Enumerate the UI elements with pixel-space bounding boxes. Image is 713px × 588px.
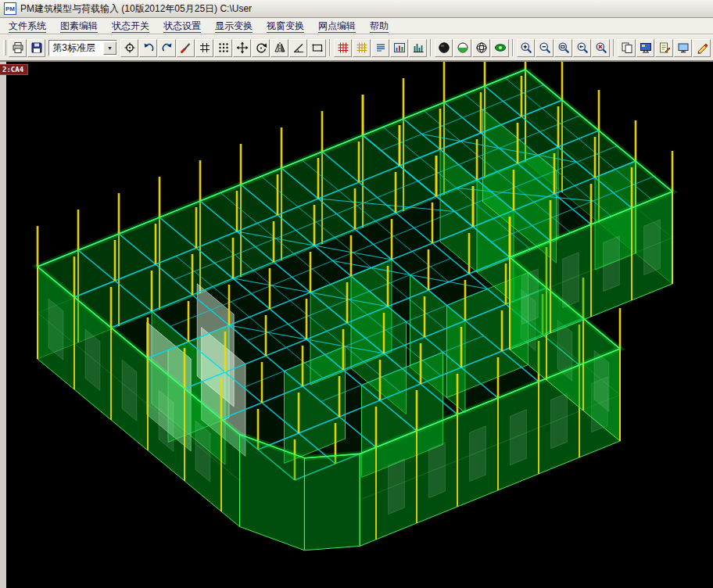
menu-item-display-transform-label: 显示变换 (215, 20, 253, 33)
toolbar-separator (512, 39, 514, 56)
toolbar-grip[interactable] (3, 40, 6, 56)
zoom-out-button[interactable] (536, 39, 554, 57)
zoom-in-icon (520, 41, 532, 54)
axis-grid-yellow-icon (356, 41, 368, 54)
toolbar-separator (430, 39, 432, 56)
notes-button[interactable] (655, 39, 673, 57)
toolbar-group-edit (120, 39, 326, 57)
model-canvas[interactable]: 2:CA4 (6, 62, 713, 588)
toolbar-group-tables (334, 39, 427, 57)
canvas-row: 2:CA4 (0, 62, 713, 588)
render-view-button[interactable] (636, 39, 654, 57)
print-button[interactable] (9, 39, 27, 57)
realistic-view-button[interactable] (491, 39, 509, 57)
menu-item-viewport-transform-label: 视窗变换 (267, 20, 304, 33)
zoom-cancel-icon (595, 41, 607, 54)
grid-mesh-icon (199, 41, 211, 54)
grid-nodes-button[interactable] (214, 39, 232, 57)
draw-edit-button[interactable] (693, 39, 711, 57)
solid-view-icon (438, 41, 450, 54)
axis-grid-red-button[interactable] (334, 39, 352, 57)
menu-item-status-settings[interactable]: 状态设置 (156, 19, 208, 34)
redo-icon (161, 41, 174, 54)
rotate-button[interactable] (252, 39, 270, 57)
toolbar-group-zoom (517, 39, 610, 57)
hemisphere-view-button[interactable] (453, 39, 471, 57)
print-icon (12, 41, 24, 54)
slope-icon (292, 41, 305, 54)
brush-button[interactable] (177, 39, 195, 57)
menu-item-gridpoint-edit[interactable]: 网点编辑 (311, 19, 363, 34)
copy-view-button[interactable] (618, 39, 636, 57)
list-icon (374, 41, 387, 54)
hemisphere-view-icon (457, 41, 469, 54)
undo-button[interactable] (139, 39, 157, 57)
menu-item-file-system-label: 文件系统 (9, 20, 46, 33)
menu-item-file-system[interactable]: 文件系统 (2, 19, 53, 34)
window-left-border (0, 62, 6, 588)
rect-select-button[interactable] (308, 39, 326, 57)
brush-icon (180, 41, 192, 54)
menu-item-gridpoint-edit-label: 网点编辑 (318, 20, 356, 33)
toolbar-group-output (618, 39, 711, 57)
view-label: 2:CA4 (0, 64, 28, 75)
save-button[interactable] (27, 39, 45, 57)
monitor-button[interactable] (674, 39, 692, 57)
menu-item-status-switch-label: 状态开关 (112, 20, 149, 33)
rotate-icon (255, 41, 267, 54)
floor-selector[interactable]: 第3标准层 ▼ (48, 40, 117, 56)
mirror-icon (274, 41, 286, 54)
toolbar-group-file (9, 39, 45, 57)
notes-icon (658, 41, 671, 54)
toolbar-right-groups (509, 39, 711, 57)
app-window: PM PM建筑模型与荷载输入 (10版2012年05月25日) C:\User … (0, 0, 713, 588)
redo-button[interactable] (158, 39, 176, 57)
axis-grid-red-icon (337, 41, 349, 54)
menu-item-element-edit[interactable]: 图素编辑 (53, 19, 105, 34)
zoom-previous-button[interactable] (573, 39, 591, 57)
menu-item-display-transform[interactable]: 显示变换 (208, 19, 260, 34)
snap-target-button[interactable] (120, 39, 138, 57)
zoom-in-button[interactable] (517, 39, 535, 57)
stats-bars-icon (412, 41, 425, 54)
mirror-button[interactable] (271, 39, 288, 57)
snap-target-icon (124, 41, 136, 54)
monitor-icon (677, 41, 690, 54)
chevron-down-icon[interactable]: ▼ (103, 41, 116, 55)
toolbar-group-view-modes (435, 39, 509, 57)
grid-nodes-icon (217, 41, 230, 54)
floor-selector-value: 第3标准层 (49, 41, 103, 55)
axis-grid-yellow-button[interactable] (353, 39, 371, 57)
stats-bars-button[interactable] (409, 39, 427, 57)
solid-view-button[interactable] (435, 39, 453, 57)
wireframe-view-button[interactable] (472, 39, 490, 57)
slope-button[interactable] (289, 39, 307, 57)
menu-item-status-settings-label: 状态设置 (163, 20, 201, 33)
list-button[interactable] (371, 39, 389, 57)
menu-item-element-edit-label: 图素编辑 (60, 20, 98, 33)
wireframe-view-icon (475, 41, 488, 54)
menubar: 文件系统 图素编辑 状态开关 状态设置 显示变换 视窗变换 网点编辑 帮助 (0, 18, 713, 34)
chart-button[interactable] (390, 39, 408, 57)
menu-item-status-switch[interactable]: 状态开关 (105, 19, 156, 34)
grid-mesh-button[interactable] (195, 39, 213, 57)
app-icon: PM (4, 2, 16, 15)
rect-select-icon (311, 41, 324, 54)
toolbar: 第3标准层 ▼ (0, 34, 713, 62)
menu-item-viewport-transform[interactable]: 视窗变换 (260, 19, 311, 34)
render-view-icon (640, 41, 652, 54)
chart-icon (393, 41, 406, 54)
toolbar-separator (613, 39, 614, 56)
menu-item-help[interactable]: 帮助 (363, 19, 396, 34)
undo-icon (142, 41, 155, 54)
titlebar: PM PM建筑模型与荷载输入 (10版2012年05月25日) C:\User (0, 0, 713, 18)
save-icon (30, 41, 43, 54)
zoom-window-button[interactable] (554, 39, 572, 57)
zoom-cancel-button[interactable] (592, 39, 610, 57)
move-button[interactable] (233, 39, 251, 57)
zoom-previous-icon (576, 41, 589, 54)
menu-item-help-label: 帮助 (370, 20, 389, 33)
realistic-view-icon (494, 41, 507, 54)
draw-edit-icon (696, 41, 708, 54)
toolbar-separator (329, 39, 331, 56)
